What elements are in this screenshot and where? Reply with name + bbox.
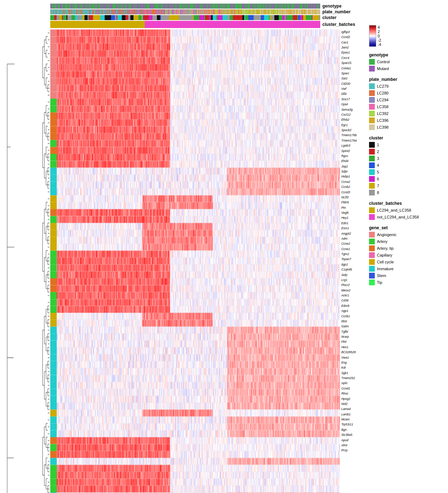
gene-label: Ptn — [341, 206, 365, 209]
cluster-legend: cluster 1 2 3 4 5 6 7 8 — [369, 135, 444, 197]
gene-label: Tmem252 — [341, 377, 365, 380]
gene-label: Sgk1 — [341, 372, 365, 375]
gene-label: Mcam — [341, 418, 365, 421]
legend-section: 4 2 0 -2 -4 genotype Control Mutant plat… — [365, 4, 444, 489]
genotype-label: genotype — [322, 4, 365, 9]
gene-label: Ccnd2 — [341, 36, 365, 39]
gene-label: Ehd4 — [341, 160, 365, 163]
gene-label: Sat1 — [341, 77, 365, 80]
gene-label: Epas1 — [341, 51, 365, 54]
mutant-label: Mutant — [377, 66, 389, 71]
gene-label: Sdpr — [341, 170, 365, 173]
gene-label: Tgfbi — [341, 330, 365, 333]
gene-label: Col4a1 — [341, 67, 365, 70]
gene-label: Trp53i11 — [341, 423, 365, 426]
gene-label: Rgcc — [341, 155, 365, 158]
gene-label: Tgm2 — [341, 253, 365, 256]
gene-label: Tspan7 — [341, 258, 365, 261]
plate-legend: plate_number LC279 LC280 LC294 LC358 LC3… — [369, 77, 444, 131]
gene-label: Ccne1 — [341, 248, 365, 251]
control-label: Control — [377, 60, 389, 64]
gene-label: Hes1 — [341, 346, 365, 349]
gene-label: Kdr — [341, 366, 365, 369]
gene-label: Cxcl12 — [341, 113, 365, 116]
cluster-batch-label: cluster_batches — [322, 22, 365, 27]
gene-label: Almr — [341, 444, 365, 447]
genotype-bar — [50, 4, 320, 9]
gene-label: Nid2 — [341, 402, 365, 406]
cluster-label: cluster — [322, 15, 365, 20]
gene-label: Edn1 — [341, 222, 365, 225]
gene-label: Ccnb1 — [341, 315, 365, 318]
gene-label: Sparcl1 — [341, 61, 365, 65]
heatmap-grid — [57, 29, 340, 493]
cluster-bar — [50, 15, 320, 20]
gene-label: Igfbp3 — [341, 31, 365, 34]
cluster-batches-legend: cluster_batches LC294_and_LC358 not_LC29… — [369, 201, 444, 221]
gene-label: Meox2 — [341, 289, 365, 292]
gene-label: Vwa1 — [341, 356, 365, 359]
genotype-legend: genotype Control Mutant — [369, 52, 444, 73]
gene-label: Plscr2 — [341, 284, 365, 287]
gene-label: Gatm — [341, 325, 365, 328]
colorbar-mid-low: -2 — [378, 38, 381, 42]
gene-label: Nr2f2 — [341, 196, 365, 199]
annotation-bars: genotype plate_number cluster cluster_ba… — [50, 4, 365, 29]
gene-label: Lrg1 — [341, 278, 365, 282]
gene-label: C1qtnf9 — [341, 268, 365, 271]
gene-label: Cxcr4 — [341, 56, 365, 60]
gene-label: Slc38a5 — [341, 433, 365, 437]
gene-label: Agp1 — [341, 309, 365, 313]
gene-label: Iigp1 — [341, 263, 365, 266]
gene-label: Apod — [341, 439, 365, 442]
colorbar-zero: 0 — [378, 34, 381, 38]
gene-label: Flt4 — [341, 340, 365, 344]
mutant-swatch — [369, 66, 375, 72]
colorbar-labels: 4 2 0 -2 -4 — [376, 25, 381, 47]
plate-label: plate_number — [322, 9, 365, 14]
gene-label: Bgn — [341, 428, 365, 432]
gene-label: Ccne2 — [341, 242, 365, 245]
gene-label: Ackr1 — [341, 294, 365, 297]
gene-label: BC028528 — [341, 351, 365, 354]
gene-label: Vwf — [341, 87, 365, 91]
plate-bar — [50, 9, 320, 14]
gene-label: Lgals3 — [341, 144, 365, 147]
gene-label: Il6st — [341, 320, 365, 323]
gene-label: Spint2 — [341, 149, 365, 153]
gene-label: Fbln5 — [341, 201, 365, 204]
gene-label: Sox17 — [341, 98, 365, 101]
genotype-legend-title: genotype — [369, 52, 444, 57]
gene-label: Tmem176a — [341, 139, 365, 142]
gene-set-legend: gene_set Angiogenic Artery Artery, tip C… — [369, 225, 444, 286]
colorbar-min: -4 — [378, 42, 381, 47]
gene-label: Rhoc — [341, 392, 365, 395]
gene-label: Spock2 — [341, 129, 365, 132]
cluster-legend-title: cluster — [369, 135, 444, 140]
gene-label: Cd36 — [341, 299, 365, 302]
gene-label: Nrarp — [341, 335, 365, 338]
gene-label: Apln — [341, 382, 365, 385]
gene-label: Sema3g — [341, 108, 365, 111]
plate-legend-title: plate_number — [369, 77, 444, 82]
gene-set-legend-title: gene_set — [369, 225, 444, 230]
gene-label: Vegfc — [341, 211, 365, 215]
gene-label: Adm — [341, 237, 365, 240]
gene-label: Prcp — [341, 449, 365, 452]
gene-label: Ccnd3 — [341, 191, 365, 194]
gene-label: Esm1 — [341, 227, 365, 230]
gene-label: Dll4 — [341, 92, 365, 96]
row-dendrogram — [4, 29, 50, 493]
gene-label: Tmem176b — [341, 134, 365, 137]
gene-label: Ccnb2 — [341, 185, 365, 189]
gene-label: Jag1 — [341, 165, 365, 168]
color-scale-bar — [369, 25, 376, 47]
gene-label: Hey1 — [341, 216, 365, 220]
gene-label: Gja4 — [341, 103, 365, 106]
gene-label: Lamb1 — [341, 413, 365, 416]
gene-label: Ednrb — [341, 304, 365, 308]
gene-label: Egr1 — [341, 124, 365, 127]
control-swatch — [369, 59, 375, 65]
colorbar-mid-high: 2 — [378, 29, 381, 34]
gene-label: Jam2 — [341, 46, 365, 49]
